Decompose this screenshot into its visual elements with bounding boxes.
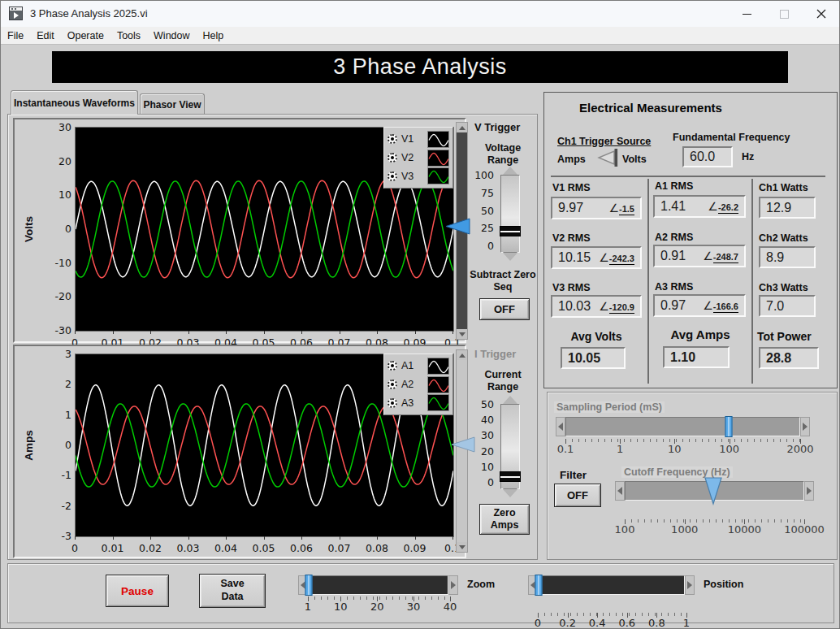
position-scale: 00.20.40.60.81 [538, 613, 686, 629]
cutoff-frequency-slider[interactable] [615, 481, 814, 501]
position-slider[interactable] [528, 575, 695, 595]
slider-scale-label: 1 [305, 601, 311, 613]
close-button[interactable] [815, 7, 828, 20]
legend-item-A3[interactable]: A3 [388, 393, 449, 412]
legend-item-V3[interactable]: V3 [388, 167, 449, 185]
slider-scale-label: 1 [617, 443, 623, 455]
position-label: Position [704, 579, 743, 590]
angle-icon: ∠ [608, 202, 619, 215]
legend-line-style-icon [427, 394, 449, 411]
slider-scale-label: 20 [370, 601, 384, 613]
sampling-filter-panel: Sampling Period (mS) 0.11101002000 Filte… [547, 392, 838, 560]
legend-item-A2[interactable]: A2 [388, 375, 449, 394]
slider-scale-label: 25 [481, 222, 494, 234]
scroll-down-icon[interactable] [457, 329, 467, 339]
legend-radio-icon[interactable] [388, 398, 397, 408]
pause-button[interactable]: Pause [106, 575, 169, 607]
amps-axis-label: Amps [23, 430, 35, 461]
current-waveform-graph: Amps 3210-1-2-3 00.010.020.030.040.050.0… [13, 345, 466, 558]
zoom-slider[interactable] [298, 575, 458, 595]
sampling-period-scale: 0.11101002000 [565, 439, 800, 455]
y-tick-label: -2 [62, 500, 71, 512]
hz-unit-label: Hz [742, 151, 754, 163]
position-slider-handle[interactable] [535, 575, 543, 596]
volts-axis-label: Volts [23, 216, 35, 242]
slider-right-arrow-icon[interactable] [800, 417, 810, 436]
slider-left-arrow-icon[interactable] [615, 481, 625, 501]
angle-icon: ∠ [703, 299, 713, 312]
filter-off-button[interactable]: OFF [554, 484, 601, 507]
slider-right-arrow-icon[interactable] [804, 481, 814, 501]
slider-scale-label: 0 [487, 240, 494, 252]
menu-edit[interactable]: Edit [37, 30, 61, 41]
x-tick-label: 0.09 [404, 542, 426, 554]
trigger-source-switch-icon[interactable] [593, 147, 621, 168]
cutoff-slider-handle-icon[interactable] [704, 477, 722, 505]
slider-increment-icon[interactable] [503, 167, 517, 175]
trigger-source-option-volts[interactable]: Volts [622, 154, 647, 165]
y-tick-label: -10 [55, 257, 71, 269]
range-slider-handle[interactable] [500, 226, 521, 236]
voltage-range-slider[interactable] [499, 167, 522, 261]
menu-window[interactable]: Window [154, 30, 196, 41]
labview-vi-icon [9, 7, 23, 20]
slider-decrement-icon[interactable] [503, 489, 517, 497]
app-window: 3 Phase Analysis 2025.vi File Edit Opera… [0, 0, 840, 629]
x-tick-label: 0.03 [177, 542, 200, 554]
scroll-up-icon[interactable] [457, 350, 467, 360]
volts-legend: V1V2V3 [383, 127, 453, 189]
bottom-control-bar: Pause Save Data 110203040 Zoom 00.20.40.… [7, 563, 834, 623]
slider-right-arrow-icon[interactable] [685, 575, 695, 595]
range-slider-handle[interactable] [500, 471, 521, 482]
slider-scale-label: 1000 [671, 523, 698, 536]
minimize-button[interactable] [740, 7, 753, 20]
scroll-up-icon[interactable] [457, 123, 467, 132]
subtract-zero-seq-label: Subtract Zero Seq [470, 269, 536, 293]
y-tick-label: 30 [58, 121, 71, 133]
tab-page: Volts 3020100-10-20-30 00.010.020.030.04… [7, 114, 538, 560]
legend-radio-icon[interactable] [388, 361, 397, 371]
voltage-range-scale: 1007550250 [471, 118, 494, 264]
zero-amps-button[interactable]: Zero Amps [479, 504, 530, 535]
subtract-zero-seq-button[interactable]: OFF [479, 298, 530, 320]
legend-line-style-icon [427, 376, 449, 393]
y-tick-label: 2 [65, 378, 71, 390]
zoom-slider-handle[interactable] [305, 575, 313, 596]
legend-item-V1[interactable]: V1 [388, 130, 449, 149]
a2-rms-value: 0.91 ∠-248.7 [653, 245, 746, 267]
legend-item-A1[interactable]: A1 [388, 357, 449, 375]
slider-decrement-icon[interactable] [503, 253, 517, 261]
save-data-button[interactable]: Save Data [199, 574, 266, 608]
v-trigger-cursor-icon[interactable] [445, 218, 470, 235]
legend-radio-icon[interactable] [388, 153, 397, 163]
menu-operate[interactable]: Operate [67, 30, 110, 41]
legend-radio-icon[interactable] [388, 171, 397, 181]
volts-y-axis: 3020100-10-20-30 [42, 128, 71, 331]
y-tick-label: 10 [58, 189, 71, 201]
legend-item-V2[interactable]: V2 [388, 149, 449, 167]
menu-help[interactable]: Help [203, 30, 231, 41]
maximize-button[interactable] [777, 7, 790, 20]
sampling-period-slider[interactable] [556, 417, 810, 436]
menu-file[interactable]: File [7, 30, 30, 41]
slider-increment-icon[interactable] [503, 396, 517, 404]
legend-line-style-icon [427, 131, 449, 148]
legend-radio-icon[interactable] [388, 134, 397, 144]
y-tick-label: 3 [65, 348, 71, 360]
tab-instantaneous-waveforms[interactable]: Instantaneous Waveforms [11, 90, 138, 115]
menu-tools[interactable]: Tools [117, 30, 147, 41]
tab-phasor-view[interactable]: Phasor View [140, 93, 205, 115]
a1-rms-value: 1.41 ∠-26.2 [653, 195, 746, 218]
measurements-title: Electrical Measurements [544, 101, 757, 115]
trigger-source-option-amps[interactable]: Amps [557, 154, 586, 165]
scroll-down-icon[interactable] [457, 542, 467, 552]
slider-left-arrow-icon[interactable] [556, 417, 565, 436]
slider-right-arrow-icon[interactable] [448, 575, 458, 595]
voltage-waveform-graph: Volts 3020100-10-20-30 00.010.020.030.04… [13, 118, 466, 343]
x-tick-label: 0.04 [214, 542, 237, 554]
sampling-slider-handle[interactable] [725, 416, 733, 437]
amps-x-axis: 00.010.020.030.040.050.060.070.080.090.1 [75, 540, 452, 552]
x-tick-label: 0.07 [328, 542, 351, 554]
legend-radio-icon[interactable] [388, 380, 397, 389]
current-range-slider[interactable] [499, 396, 522, 497]
